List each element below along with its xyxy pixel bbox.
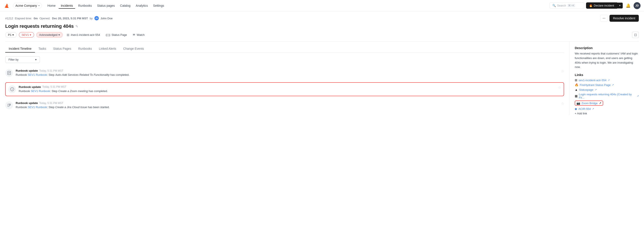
nav-settings[interactable]: Settings bbox=[151, 2, 166, 9]
runbook-link-3[interactable]: SEV1 Runbook bbox=[28, 106, 47, 109]
star-icon-highlighted[interactable]: ☆ bbox=[558, 85, 561, 90]
meta-right-actions: ··· Resolve incident bbox=[600, 15, 639, 22]
more-options-button[interactable]: ··· bbox=[600, 15, 608, 22]
tab-tasks[interactable]: Tasks bbox=[35, 45, 50, 52]
sidebar-toggle-button[interactable]: ⊡ bbox=[632, 32, 639, 38]
timeline-content: Runbook update Today, 5:31 PM MST Runboo… bbox=[16, 69, 558, 77]
zoom-link[interactable]: Zoom Bridge bbox=[582, 102, 598, 105]
tabs: Incident Timeline Tasks Status Pages Run… bbox=[5, 45, 564, 53]
search-shortcut: ⌘ +K bbox=[567, 4, 575, 7]
nav-analytics[interactable]: Analytics bbox=[134, 2, 150, 9]
login-link[interactable]: Login requests returning 404s (Created b… bbox=[579, 93, 636, 99]
search-icon: 🔍 bbox=[552, 4, 556, 7]
logo-icon[interactable] bbox=[4, 2, 10, 9]
filter-label: Filter by bbox=[8, 58, 18, 61]
timeline-items: Runbook update Today, 5:31 PM MST Runboo… bbox=[5, 66, 564, 112]
timeline-time-3: Today, 5:31 PM MST bbox=[39, 102, 64, 105]
acknowledged-chevron: ▾ bbox=[58, 33, 60, 36]
firey-link[interactable]: FireHydrant Status Page bbox=[580, 83, 610, 86]
runbook-link-highlighted[interactable]: SEV1 Runbook bbox=[31, 90, 50, 93]
link-item-firey[interactable]: 🔥 FireHydrant Status Page ↗ bbox=[575, 83, 639, 86]
zoom-icon: 📷 bbox=[576, 102, 580, 105]
elapsed-label: Elapsed time: bbox=[15, 17, 32, 20]
timeline-type-highlighted: Runbook update bbox=[19, 85, 41, 88]
external-link-icon-6: ↗ bbox=[592, 108, 594, 110]
external-link-icon-4: ↗ bbox=[637, 95, 639, 98]
incident-title-row: Login requests returning 404s ✎ bbox=[5, 24, 639, 29]
declare-incident-button[interactable]: 🔥 Declare incident ▾ bbox=[586, 2, 623, 9]
tab-change-events[interactable]: Change Events bbox=[120, 45, 148, 52]
timeline-time: Today, 5:31 PM MST bbox=[39, 69, 64, 72]
nav-runbooks[interactable]: Runbooks bbox=[76, 2, 94, 9]
nav-catalog[interactable]: Catalog bbox=[118, 2, 133, 9]
tab-incident-timeline[interactable]: Incident Timeline bbox=[5, 45, 35, 52]
timeline-time-highlighted: Today, 5:31 PM MST bbox=[42, 85, 66, 88]
edit-title-icon[interactable]: ✎ bbox=[75, 24, 78, 28]
link-item-zoom[interactable]: 📷 Zoom Bridge ↗ bbox=[575, 100, 603, 106]
main-layout: Incident Timeline Tasks Status Pages Run… bbox=[5, 42, 639, 115]
star-icon-3[interactable]: ☆ bbox=[561, 102, 564, 106]
runbook-link[interactable]: SEV1 Runbook bbox=[28, 73, 47, 76]
opened-label: Opened: bbox=[40, 17, 50, 20]
tab-status-pages[interactable]: Status Pages bbox=[50, 45, 75, 52]
signal-icon: ((·)) bbox=[106, 33, 110, 36]
declare-incident-main[interactable]: 🔥 Declare incident bbox=[586, 2, 617, 9]
timeline-icon-jira bbox=[5, 102, 13, 109]
meta-username: John Doe bbox=[100, 17, 113, 20]
nav-home[interactable]: Home bbox=[46, 2, 58, 9]
search-box[interactable]: 🔍 Search ⌘ +K bbox=[550, 2, 584, 9]
company-selector[interactable]: Acme Company ▾ bbox=[13, 3, 42, 8]
timeline-content-3: Runbook update Today, 5:31 PM MST Runboo… bbox=[16, 102, 558, 110]
timeline-text-highlighted: Runbook SEV1 Runbook: Step Create a Zoom… bbox=[19, 89, 556, 93]
tab-linked-alerts[interactable]: Linked Alerts bbox=[95, 45, 120, 52]
nav-status-pages[interactable]: Status pages bbox=[95, 2, 117, 9]
tab-runbooks[interactable]: Runbooks bbox=[75, 45, 95, 52]
external-link-icon-5: ↗ bbox=[599, 102, 602, 105]
timeline-text-3: Runbook SEV1 Runbook: Step Create a Jira… bbox=[16, 105, 558, 110]
filter-button[interactable]: Filter by ▾ bbox=[5, 56, 40, 63]
info-icon bbox=[10, 87, 14, 92]
firey-icon: 🔥 bbox=[575, 83, 578, 86]
grid-icon: ▦ bbox=[575, 94, 578, 98]
severity-label: SEV1 bbox=[22, 33, 29, 36]
timeline-icon-book bbox=[5, 69, 13, 77]
channel-tag[interactable]: ⊞ #sev1-incident-acir-554 bbox=[65, 32, 102, 38]
status-page-tag[interactable]: ((·)) Status Page bbox=[104, 32, 129, 37]
timeline-type-3: Runbook update bbox=[16, 102, 38, 105]
link-item-jira[interactable]: ◈ ACIR-554 ↗ bbox=[575, 107, 639, 110]
navbar: Acme Company ▾ Home Incidents Runbooks S… bbox=[0, 0, 644, 11]
external-link-icon-2: ↗ bbox=[612, 84, 614, 86]
link-item-statuspage[interactable]: ▲ Statuspage ↗ bbox=[575, 88, 639, 92]
watch-label: Watch bbox=[137, 33, 144, 36]
watch-tag[interactable]: 👁 Watch bbox=[131, 32, 146, 37]
link-item-slack[interactable]: ⊞ sev1-incident-acir-554 ↗ bbox=[575, 78, 639, 82]
resolve-incident-button[interactable]: Resolve incident bbox=[610, 15, 639, 22]
nav-incidents[interactable]: Incidents bbox=[58, 2, 75, 9]
add-link-button[interactable]: + Add link bbox=[575, 112, 639, 115]
channel-label: #sev1-incident-acir-554 bbox=[71, 33, 100, 36]
slack-link[interactable]: sev1-incident-acir-554 bbox=[579, 78, 606, 82]
star-icon[interactable]: ☆ bbox=[561, 69, 564, 73]
chevron-down-icon: ▾ bbox=[38, 4, 40, 7]
svg-point-6 bbox=[12, 88, 12, 89]
link-item-login[interactable]: ▦ Login requests returning 404s (Created… bbox=[575, 93, 639, 99]
timeline-content-highlighted: Runbook update Today, 5:31 PM MST Runboo… bbox=[19, 85, 556, 93]
notifications-bell[interactable]: 🔔 bbox=[624, 2, 632, 9]
svg-rect-7 bbox=[9, 104, 10, 105]
priority-chevron: ▾ bbox=[12, 33, 14, 36]
incident-id: #1212 bbox=[5, 17, 13, 20]
nav-links: Home Incidents Runbooks Status pages Cat… bbox=[46, 2, 166, 9]
priority-pill[interactable]: P1 ▾ bbox=[5, 32, 17, 38]
timeline-header-highlighted: Runbook update Today, 5:31 PM MST bbox=[19, 85, 556, 88]
tags-row: P1 ▾ SEV1 ▾ Acknowledged ▾ ⊞ #sev1-incid… bbox=[5, 32, 639, 38]
sidebar-right: Description We received reports that cus… bbox=[569, 42, 639, 115]
acknowledged-pill[interactable]: Acknowledged ▾ bbox=[36, 32, 63, 38]
jira-link[interactable]: ACIR-554 bbox=[578, 107, 591, 110]
statuspage-link[interactable]: Statuspage bbox=[579, 88, 594, 92]
description-title: Description bbox=[575, 46, 639, 50]
priority-label: P1 bbox=[8, 33, 12, 36]
elapsed-value: 0m bbox=[34, 17, 38, 20]
declare-incident-dropdown[interactable]: ▾ bbox=[617, 2, 623, 8]
severity-pill[interactable]: SEV1 ▾ bbox=[19, 32, 34, 38]
avatar[interactable]: JD bbox=[634, 2, 640, 9]
